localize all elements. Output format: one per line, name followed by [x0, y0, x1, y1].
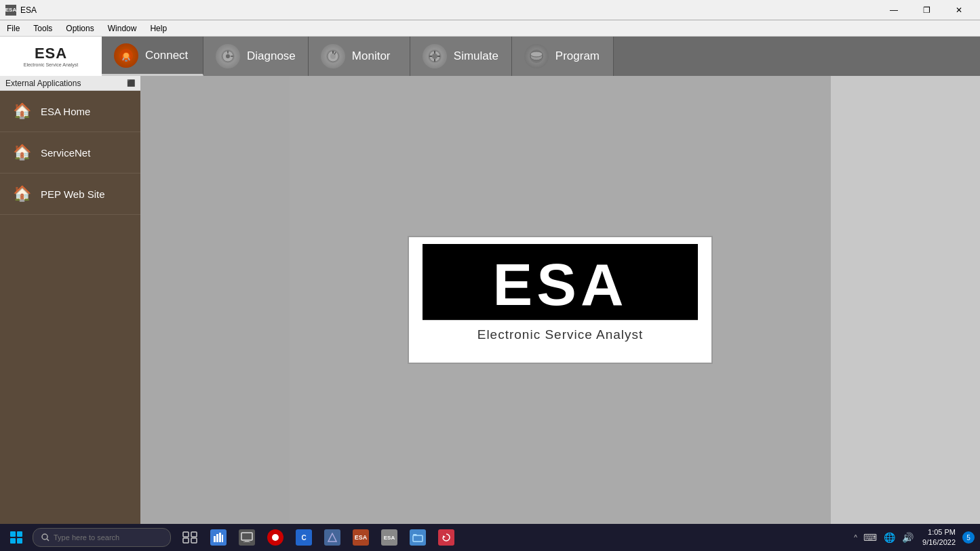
sidebar-title: External Applications [5, 79, 81, 88]
diagnose-label: Diagnose [247, 49, 296, 63]
esa-subtitle-bar: Electronic Service Analyst [423, 320, 698, 349]
toolbar-logo: ESA Electronic Service Analyst [0, 37, 102, 76]
svg-rect-30 [214, 536, 216, 542]
esa-subtitle-text: Electronic Service Analyst [477, 327, 644, 342]
simulate-button[interactable]: Simulate [410, 37, 512, 76]
svg-rect-34 [241, 533, 252, 540]
connect-icon [114, 43, 138, 68]
sidebar-item-pep-web-site[interactable]: 🏠 PEP Web Site [0, 174, 140, 215]
task-view-icon [182, 531, 197, 544]
svg-marker-39 [443, 535, 446, 538]
taskbar-app-2[interactable] [319, 524, 346, 551]
svg-point-5 [226, 54, 230, 58]
svg-point-1 [123, 53, 129, 58]
connect-button[interactable]: Connect [102, 37, 203, 76]
svg-rect-35 [245, 540, 249, 542]
svg-rect-29 [191, 538, 197, 543]
main-area: External Applications ⬛ 🏠 ESA Home 🏠 Ser… [0, 76, 980, 524]
file-explorer-icon [410, 529, 426, 546]
taskbar-app-1[interactable]: C [290, 524, 317, 551]
menu-options[interactable]: Options [59, 20, 100, 36]
sidebar-header: External Applications ⬛ [0, 76, 140, 91]
svg-rect-36 [243, 542, 250, 542]
monitor-icon [321, 44, 345, 68]
svg-rect-33 [222, 535, 223, 542]
refresh-app[interactable] [433, 524, 460, 551]
program-icon [524, 44, 549, 68]
servicenet-icon: 🏠 [12, 143, 31, 162]
esa-taskbar-app[interactable]: ESA [376, 524, 403, 551]
record-icon [267, 529, 283, 546]
volume-icon[interactable]: 🔊 [900, 532, 916, 543]
program-button[interactable]: Program [512, 37, 614, 76]
svg-rect-26 [183, 532, 189, 537]
taskbar-search-box[interactable] [33, 528, 171, 547]
menu-bar: File Tools Options Window Help [0, 20, 980, 37]
content-area: ESA Electronic Service Analyst [140, 76, 980, 524]
pep-label: PEP Web Site [41, 188, 105, 200]
servicenet-label: ServiceNet [41, 147, 90, 159]
pc-app[interactable] [233, 524, 260, 551]
system-tray-chevron[interactable]: ^ [852, 534, 859, 542]
program-label: Program [555, 49, 600, 63]
monitor-label: Monitor [352, 49, 391, 63]
taskbar-right: ^ ⌨ 🌐 🔊 1:05 PM 9/16/2022 5 [852, 527, 977, 548]
sidebar-pin[interactable]: ⬛ [127, 79, 135, 87]
record-button-app[interactable] [262, 524, 289, 551]
connect-label: Connect [145, 49, 188, 62]
menu-help[interactable]: Help [143, 20, 174, 36]
minimize-button[interactable]: — [878, 0, 909, 20]
content-center: ESA Electronic Service Analyst [290, 76, 831, 524]
pep-icon: 🏠 [12, 184, 31, 203]
toolbar: ESA Electronic Service Analyst Connect [0, 37, 980, 76]
esa-logo-top: ESA [423, 244, 698, 320]
monitor-button[interactable]: Monitor [309, 37, 410, 76]
svg-rect-28 [183, 538, 189, 543]
diagnose-icon [216, 44, 240, 68]
esa-home-label: ESA Home [41, 106, 90, 117]
svg-rect-27 [191, 532, 197, 537]
refresh-icon [438, 529, 454, 546]
keyboard-icon[interactable]: ⌨ [861, 532, 879, 543]
sidebar-item-esa-home[interactable]: 🏠 ESA Home [0, 91, 140, 132]
svg-rect-2 [125, 60, 128, 62]
taskbar-app-3-icon: ESA [353, 529, 369, 546]
close-button[interactable]: ✕ [943, 0, 975, 20]
logo-esa-text: ESA [35, 45, 67, 62]
svg-marker-37 [328, 533, 336, 542]
maximize-button[interactable]: ❐ [911, 0, 942, 20]
logo-subtitle: Electronic Service Analyst [24, 62, 79, 68]
esa-big-text: ESA [493, 251, 628, 318]
network-icon[interactable]: 🌐 [882, 532, 897, 543]
taskbar-app-2-icon [324, 529, 340, 546]
svg-rect-38 [413, 535, 423, 542]
start-button[interactable] [3, 524, 30, 551]
taskbar-clock[interactable]: 1:05 PM 9/16/2022 [918, 527, 960, 548]
sidebar-item-servicenet[interactable]: 🏠 ServiceNet [0, 132, 140, 174]
task-view-button[interactable] [176, 524, 203, 551]
menu-tools[interactable]: Tools [26, 20, 59, 36]
notification-badge[interactable]: 5 [962, 531, 975, 544]
diagnose-button[interactable]: Diagnose [203, 37, 309, 76]
svg-point-24 [42, 534, 47, 539]
search-input[interactable] [54, 533, 162, 542]
windows-icon [10, 531, 22, 544]
menu-file[interactable]: File [0, 20, 26, 36]
menu-window[interactable]: Window [101, 20, 144, 36]
esa-taskbar-icon: ESA [381, 529, 397, 546]
title-bar-left: ESA ESA [5, 5, 37, 16]
network-monitor-app[interactable] [205, 524, 232, 551]
title-bar: ESA ESA — ❐ ✕ [0, 0, 980, 20]
taskbar-apps: C ESA ESA [174, 524, 852, 551]
esa-home-icon: 🏠 [12, 102, 31, 121]
clock-time: 1:05 PM [922, 527, 956, 537]
svg-point-15 [432, 54, 437, 59]
taskbar-app-1-icon: C [296, 529, 312, 546]
file-explorer-app[interactable] [404, 524, 431, 551]
search-icon [41, 533, 50, 542]
simulate-label: Simulate [454, 49, 498, 63]
svg-rect-32 [219, 533, 221, 542]
clock-date: 9/16/2022 [922, 537, 956, 548]
window-controls: — ❐ ✕ [878, 0, 975, 20]
taskbar-app-3[interactable]: ESA [347, 524, 374, 551]
